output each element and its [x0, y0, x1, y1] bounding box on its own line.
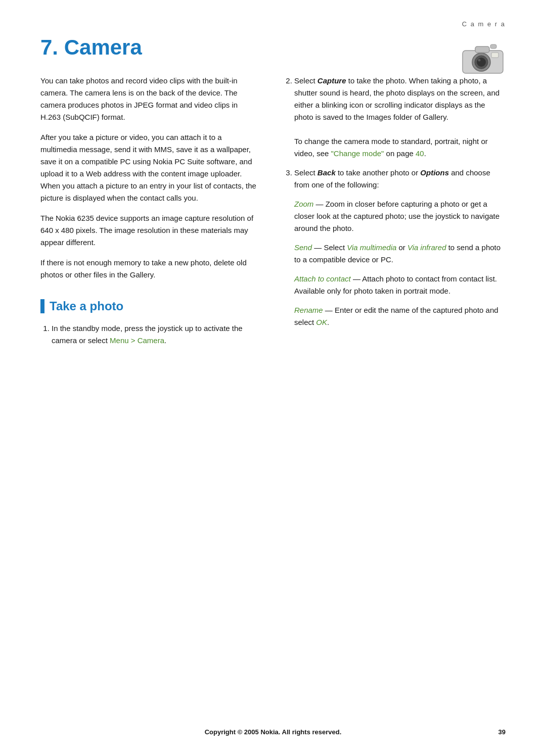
step-1: In the standby mode, press the joystick … [52, 322, 258, 347]
svg-point-3 [477, 58, 486, 67]
rename-label: Rename [294, 306, 323, 314]
svg-rect-6 [491, 53, 498, 58]
sub-option-send: Send — Select Via multimedia or Via infr… [294, 242, 506, 266]
capture-label: Capture [317, 76, 346, 85]
section-heading: Take a photo [40, 299, 258, 313]
sub-option-rename: Rename — Enter or edit the name of the c… [294, 304, 506, 328]
sub-option-zoom: Zoom — Zoom in closer before capturing a… [294, 198, 506, 234]
section-heading-text: Take a photo [50, 299, 123, 313]
via-infrared-label: Via infrared [407, 243, 446, 252]
svg-rect-5 [475, 46, 489, 53]
steps-list-right: Select Capture to take the photo. When t… [283, 75, 506, 328]
via-multimedia-label: Via multimedia [347, 243, 396, 252]
attach-to-contact-label: Attach to contact [294, 274, 351, 283]
intro-para-1: You can take photos and record video cli… [40, 75, 258, 123]
intro-para-2: After you take a picture or video, you c… [40, 131, 258, 204]
back-label: Back [317, 168, 336, 177]
section-heading-bar [40, 299, 44, 313]
send-label: Send [294, 243, 312, 252]
svg-rect-7 [490, 44, 496, 49]
footer-page-number: 39 [498, 728, 506, 736]
ok-label: OK [316, 318, 327, 326]
menu-camera-link: Menu > Camera [110, 336, 164, 345]
svg-point-4 [478, 59, 481, 62]
sub-option-attach: Attach to contact — Attach photo to cont… [294, 273, 506, 297]
main-content: You can take photos and record video cli… [40, 75, 506, 354]
chapter-title: 7. Camera [40, 35, 506, 60]
zoom-label: Zoom [294, 200, 313, 208]
change-mode-link: "Change mode" [331, 149, 384, 158]
camera-icon [460, 40, 506, 77]
footer-copyright: Copyright © 2005 Nokia. All rights reser… [0, 728, 546, 736]
page: C a m e r a 7. Camera You can tak [0, 0, 546, 756]
options-label: Options [420, 168, 449, 177]
header-chapter-label: C a m e r a [462, 20, 506, 28]
page-40-link: 40 [416, 149, 424, 158]
step-2: Select Capture to take the photo. When t… [294, 75, 506, 160]
intro-para-3: The Nokia 6235 device supports an image … [40, 212, 258, 249]
steps-list: In the standby mode, press the joystick … [40, 322, 258, 347]
intro-para-4: If there is not enough memory to take a … [40, 257, 258, 281]
right-column: Select Capture to take the photo. When t… [283, 75, 506, 354]
step-3: Select Back to take another photo or Opt… [294, 167, 506, 328]
left-column: You can take photos and record video cli… [40, 75, 258, 354]
